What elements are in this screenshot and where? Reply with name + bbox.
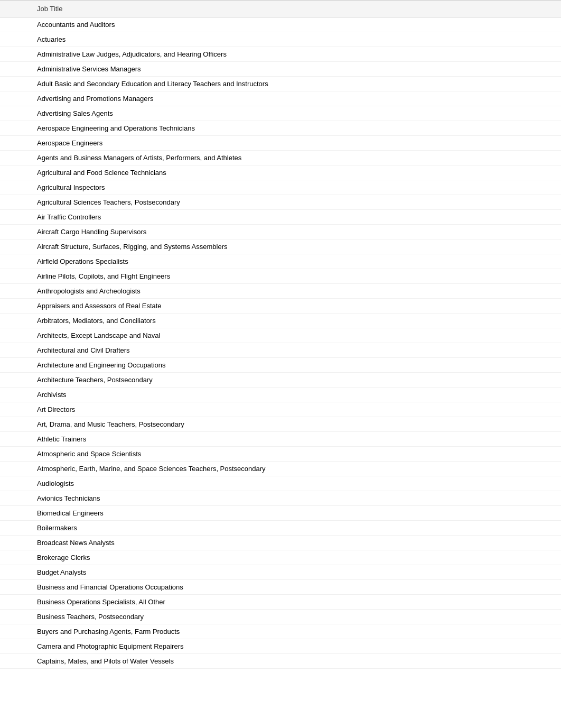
job-title-cell: Agricultural and Food Science Technician… <box>37 169 524 177</box>
job-title-cell: Brokerage Clerks <box>37 554 524 561</box>
table-row[interactable]: Agents and Business Managers of Artists,… <box>0 151 561 165</box>
table-header-row: Job Title <box>0 0 561 17</box>
table-row[interactable]: Biomedical Engineers <box>0 506 561 521</box>
job-title-cell: Adult Basic and Secondary Education and … <box>37 80 524 88</box>
table-row[interactable]: Buyers and Purchasing Agents, Farm Produ… <box>0 624 561 639</box>
job-title-cell: Buyers and Purchasing Agents, Farm Produ… <box>37 628 524 635</box>
job-title-cell: Archivists <box>37 391 524 399</box>
table-row[interactable]: Architecture Teachers, Postsecondary <box>0 373 561 388</box>
job-title-cell: Business Teachers, Postsecondary <box>37 613 524 621</box>
job-title-cell: Administrative Law Judges, Adjudicators,… <box>37 50 524 58</box>
table-row[interactable]: Art, Drama, and Music Teachers, Postseco… <box>0 417 561 432</box>
table-row[interactable]: Arbitrators, Mediators, and Conciliators <box>0 314 561 328</box>
table-row[interactable]: Athletic Trainers <box>0 432 561 447</box>
table-row[interactable]: Airline Pilots, Copilots, and Flight Eng… <box>0 269 561 284</box>
job-title-cell: Captains, Mates, and Pilots of Water Ves… <box>37 657 524 665</box>
job-title-cell: Boilermakers <box>37 524 524 532</box>
table-row[interactable]: Appraisers and Assessors of Real Estate <box>0 299 561 314</box>
job-title-cell: Biomedical Engineers <box>37 509 524 517</box>
table-row[interactable]: Budget Analysts <box>0 565 561 580</box>
table-row[interactable]: Architectural and Civil Drafters <box>0 343 561 358</box>
job-title-cell: Advertising and Promotions Managers <box>37 95 524 103</box>
table-row[interactable]: Airfield Operations Specialists <box>0 254 561 269</box>
job-title-cell: Athletic Trainers <box>37 435 524 443</box>
job-title-cell: Aircraft Cargo Handling Supervisors <box>37 228 524 236</box>
job-title-cell: Aircraft Structure, Surfaces, Rigging, a… <box>37 243 524 251</box>
table-row[interactable]: Avionics Technicians <box>0 491 561 506</box>
table-row[interactable]: Administrative Services Managers <box>0 62 561 77</box>
table-row[interactable]: Aircraft Structure, Surfaces, Rigging, a… <box>0 239 561 254</box>
job-title-cell: Actuaries <box>37 35 524 43</box>
table-row[interactable]: Advertising and Promotions Managers <box>0 91 561 106</box>
table-row[interactable]: Brokerage Clerks <box>0 550 561 565</box>
table-row[interactable]: Adult Basic and Secondary Education and … <box>0 77 561 91</box>
table-body: Accountants and AuditorsActuariesAdminis… <box>0 17 561 669</box>
job-title-cell: Airfield Operations Specialists <box>37 257 524 265</box>
job-title-cell: Agricultural Sciences Teachers, Postseco… <box>37 198 524 206</box>
job-title-cell: Architectural and Civil Drafters <box>37 346 524 354</box>
table-row[interactable]: Air Traffic Controllers <box>0 210 561 225</box>
job-title-cell: Atmospheric, Earth, Marine, and Space Sc… <box>37 465 524 473</box>
job-title-table: Job Title Accountants and AuditorsActuar… <box>0 0 561 669</box>
job-title-cell: Administrative Services Managers <box>37 65 524 73</box>
job-title-cell: Camera and Photographic Equipment Repair… <box>37 642 524 650</box>
column-header-job-title: Job Title <box>37 5 524 13</box>
job-title-cell: Accountants and Auditors <box>37 21 524 29</box>
job-title-cell: Business Operations Specialists, All Oth… <box>37 598 524 606</box>
table-row[interactable]: Broadcast News Analysts <box>0 536 561 550</box>
table-row[interactable]: Archivists <box>0 388 561 402</box>
job-title-cell: Budget Analysts <box>37 568 524 576</box>
job-title-cell: Architecture Teachers, Postsecondary <box>37 376 524 384</box>
job-title-cell: Architects, Except Landscape and Naval <box>37 331 524 339</box>
table-row[interactable]: Camera and Photographic Equipment Repair… <box>0 639 561 654</box>
job-title-cell: Atmospheric and Space Scientists <box>37 450 524 458</box>
job-title-cell: Aerospace Engineers <box>37 139 524 147</box>
table-row[interactable]: Actuaries <box>0 32 561 47</box>
job-title-cell: Architecture and Engineering Occupations <box>37 361 524 369</box>
job-title-cell: Airline Pilots, Copilots, and Flight Eng… <box>37 272 524 280</box>
table-row[interactable]: Agricultural Sciences Teachers, Postseco… <box>0 195 561 210</box>
job-title-cell: Art Directors <box>37 406 524 413</box>
table-row[interactable]: Administrative Law Judges, Adjudicators,… <box>0 47 561 62</box>
table-row[interactable]: Audiologists <box>0 476 561 491</box>
job-title-cell: Agricultural Inspectors <box>37 183 524 191</box>
job-title-cell: Art, Drama, and Music Teachers, Postseco… <box>37 420 524 428</box>
table-row[interactable]: Art Directors <box>0 402 561 417</box>
job-title-cell: Agents and Business Managers of Artists,… <box>37 154 524 162</box>
table-row[interactable]: Aerospace Engineers <box>0 136 561 151</box>
table-row[interactable]: Boilermakers <box>0 521 561 536</box>
table-row[interactable]: Architects, Except Landscape and Naval <box>0 328 561 343</box>
table-row[interactable]: Architecture and Engineering Occupations <box>0 358 561 373</box>
job-title-cell: Broadcast News Analysts <box>37 539 524 547</box>
job-title-cell: Appraisers and Assessors of Real Estate <box>37 302 524 310</box>
table-row[interactable]: Business Operations Specialists, All Oth… <box>0 595 561 610</box>
table-row[interactable]: Agricultural and Food Science Technician… <box>0 165 561 180</box>
table-row[interactable]: Agricultural Inspectors <box>0 180 561 195</box>
table-row[interactable]: Anthropologists and Archeologists <box>0 284 561 299</box>
job-title-cell: Air Traffic Controllers <box>37 213 524 221</box>
job-title-cell: Audiologists <box>37 480 524 487</box>
table-row[interactable]: Atmospheric and Space Scientists <box>0 447 561 462</box>
table-row[interactable]: Aircraft Cargo Handling Supervisors <box>0 225 561 239</box>
job-title-cell: Anthropologists and Archeologists <box>37 287 524 295</box>
job-title-cell: Arbitrators, Mediators, and Conciliators <box>37 317 524 325</box>
table-row[interactable]: Accountants and Auditors <box>0 17 561 32</box>
table-row[interactable]: Atmospheric, Earth, Marine, and Space Sc… <box>0 462 561 476</box>
job-title-cell: Business and Financial Operations Occupa… <box>37 583 524 591</box>
table-row[interactable]: Advertising Sales Agents <box>0 106 561 121</box>
table-row[interactable]: Business Teachers, Postsecondary <box>0 610 561 624</box>
job-title-cell: Advertising Sales Agents <box>37 109 524 117</box>
table-row[interactable]: Captains, Mates, and Pilots of Water Ves… <box>0 654 561 669</box>
table-row[interactable]: Aerospace Engineering and Operations Tec… <box>0 121 561 136</box>
table-row[interactable]: Business and Financial Operations Occupa… <box>0 580 561 595</box>
job-title-cell: Avionics Technicians <box>37 494 524 502</box>
job-title-cell: Aerospace Engineering and Operations Tec… <box>37 124 524 132</box>
